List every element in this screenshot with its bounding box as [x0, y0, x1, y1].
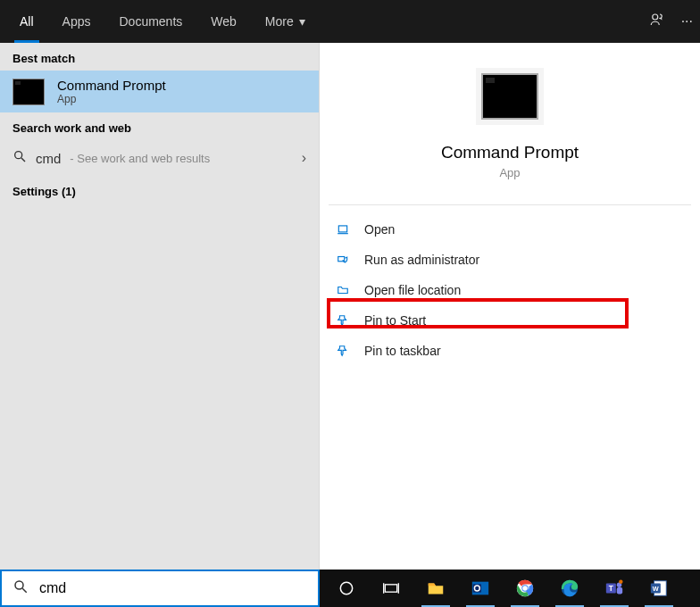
tab-label: Documents [119, 14, 182, 29]
more-options-icon[interactable]: ··· [681, 13, 693, 29]
result-kind: App [57, 93, 166, 105]
detail-title: Command Prompt [330, 143, 689, 162]
svg-text:W: W [653, 585, 659, 593]
action-pin-to-taskbar[interactable]: Pin to taskbar [323, 336, 696, 366]
tab-all[interactable]: All [5, 0, 48, 43]
divider [329, 204, 691, 205]
search-icon [12, 149, 27, 167]
search-input[interactable] [39, 580, 307, 596]
edge-icon[interactable] [548, 570, 591, 607]
svg-point-8 [340, 582, 352, 594]
search-term: cmd [36, 151, 61, 166]
svg-point-1 [15, 152, 22, 159]
tab-documents[interactable]: Documents [104, 0, 196, 43]
folder-icon [336, 284, 350, 296]
file-explorer-icon[interactable] [414, 570, 457, 607]
task-view-icon[interactable] [370, 570, 412, 607]
detail-panel: Command Prompt App Open Run as administr… [320, 43, 700, 570]
taskbar: T W [320, 570, 700, 607]
detail-kind: App [330, 166, 689, 179]
result-title: Command Prompt [57, 78, 166, 93]
best-match-result[interactable]: Command Prompt App [0, 71, 319, 112]
action-label: Pin to taskbar [364, 344, 441, 358]
search-web-heading: Search work and web [0, 112, 319, 140]
svg-line-2 [21, 158, 25, 162]
pin-icon [336, 314, 350, 327]
svg-point-23 [619, 579, 622, 583]
tab-label: More [265, 14, 294, 29]
web-search-suggestion[interactable]: cmd - See work and web results › [0, 140, 319, 176]
pin-icon [336, 345, 350, 357]
action-open[interactable]: Open [323, 214, 696, 245]
teams-icon[interactable]: T [593, 570, 636, 607]
tab-more[interactable]: More▾ [251, 0, 320, 43]
svg-point-0 [652, 14, 657, 20]
chevron-down-icon: ▾ [299, 14, 305, 29]
settings-results-heading[interactable]: Settings (1) [0, 176, 319, 207]
search-input-bar[interactable] [0, 570, 320, 607]
action-run-as-administrator[interactable]: Run as administrator [323, 245, 696, 275]
svg-point-6 [15, 581, 23, 589]
tab-apps[interactable]: Apps [48, 0, 105, 43]
action-pin-to-start[interactable]: Pin to Start [323, 305, 696, 336]
action-label: Open file location [364, 283, 461, 297]
svg-rect-9 [385, 585, 396, 592]
svg-point-17 [522, 586, 528, 591]
tab-label: Apps [62, 14, 91, 29]
search-icon [12, 578, 29, 598]
chrome-icon[interactable] [504, 570, 546, 607]
word-icon[interactable]: W [638, 570, 680, 607]
svg-line-7 [22, 588, 27, 593]
admin-shield-icon [336, 254, 350, 266]
cortana-icon[interactable] [325, 570, 368, 607]
outlook-icon[interactable] [459, 570, 502, 607]
svg-text:T: T [609, 585, 613, 593]
tab-label: All [20, 14, 34, 29]
command-prompt-icon [12, 79, 45, 105]
search-hint: - See work and web results [70, 152, 210, 165]
feedback-icon[interactable] [649, 12, 665, 31]
tab-web[interactable]: Web [196, 0, 251, 43]
action-label: Pin to Start [364, 313, 426, 328]
action-list: Open Run as administrator Open file loca… [320, 214, 700, 366]
search-filter-tabbar: All Apps Documents Web More▾ ··· [0, 0, 700, 43]
action-open-file-location[interactable]: Open file location [323, 275, 696, 305]
best-match-heading: Best match [0, 43, 319, 71]
action-label: Open [364, 222, 395, 237]
tab-label: Web [211, 14, 237, 29]
svg-rect-22 [617, 587, 622, 594]
command-prompt-icon [481, 73, 538, 120]
svg-rect-3 [338, 226, 346, 232]
action-label: Run as administrator [364, 253, 479, 267]
open-icon [336, 223, 350, 236]
results-panel: Best match Command Prompt App Search wor… [0, 43, 320, 570]
chevron-right-icon: › [302, 150, 306, 166]
